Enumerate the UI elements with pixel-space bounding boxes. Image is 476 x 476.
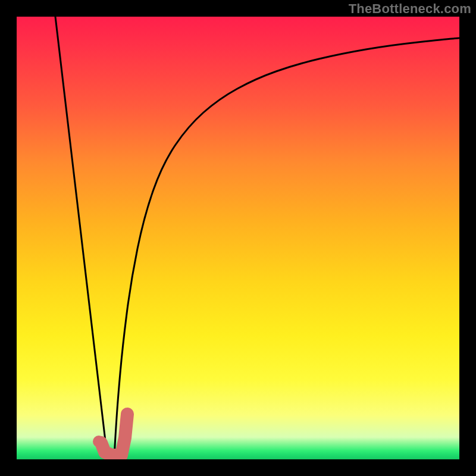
watermark-text: TheBottleneck.com [349, 1, 471, 17]
plot-area [17, 17, 459, 459]
falling-line [55, 17, 107, 456]
chart-frame: TheBottleneck.com [0, 0, 476, 476]
rising-curve [114, 38, 459, 457]
curve-svg [17, 17, 459, 459]
